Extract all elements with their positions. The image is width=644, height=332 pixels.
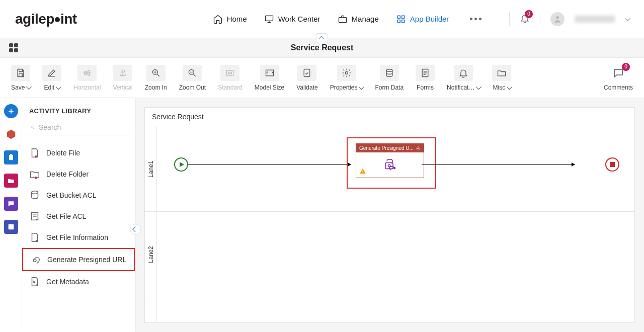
search-icon bbox=[30, 123, 35, 132]
header-right: 0 bbox=[509, 12, 629, 26]
presigned-url-icon bbox=[30, 254, 41, 265]
vertical-button[interactable]: Vertical bbox=[113, 65, 132, 91]
misc-button[interactable]: Misc bbox=[492, 65, 511, 91]
comments-button[interactable]: 0 Comments bbox=[604, 65, 633, 91]
svg-point-22 bbox=[418, 147, 419, 149]
rail-clipboard-button[interactable] bbox=[4, 150, 18, 164]
rail-chat-button[interactable] bbox=[4, 197, 18, 211]
nav-manage[interactable]: Manage bbox=[338, 14, 379, 24]
horizontal-button[interactable]: Horizontal bbox=[73, 65, 101, 91]
lane-label-2[interactable]: Lane2 bbox=[145, 212, 156, 297]
username bbox=[575, 16, 615, 23]
zoom-in-button[interactable]: Zoom In bbox=[145, 65, 167, 91]
folder-icon bbox=[7, 177, 15, 185]
svg-rect-3 bbox=[401, 16, 404, 18]
nav-home-label: Home bbox=[227, 15, 247, 23]
svg-rect-15 bbox=[9, 155, 13, 160]
activity-get-bucket-acl[interactable]: Get Bucket ACL bbox=[22, 185, 135, 206]
activity-library-panel: ACTIVITY LIBRARY Delete File Delete Fold… bbox=[22, 98, 135, 332]
svg-rect-5 bbox=[401, 20, 404, 22]
zoom-out-icon bbox=[187, 68, 197, 78]
svg-rect-23 bbox=[385, 163, 393, 169]
app-header: agilepint Home Work Center Manage App Bu… bbox=[0, 0, 644, 38]
canvas-title: Service Request bbox=[145, 108, 634, 126]
gear-icon[interactable] bbox=[416, 146, 421, 151]
bucket-acl-icon bbox=[29, 190, 40, 201]
main-area: ACTIVITY LIBRARY Delete File Delete Fold… bbox=[0, 98, 644, 332]
page-title: Service Request bbox=[291, 43, 354, 52]
panel-title: ACTIVITY LIBRARY bbox=[22, 98, 135, 120]
nav-work-center[interactable]: Work Center bbox=[264, 14, 320, 24]
svg-rect-17 bbox=[9, 224, 14, 230]
collapse-panel-button[interactable] bbox=[130, 224, 141, 235]
activity-get-file-acl[interactable]: Get File ACL bbox=[22, 206, 135, 227]
collapse-subheader-button[interactable] bbox=[316, 33, 328, 43]
rail-package-button[interactable] bbox=[4, 127, 18, 141]
divider bbox=[509, 12, 510, 26]
activity-get-file-information[interactable]: Get File Information bbox=[22, 227, 135, 248]
notifications-button[interactable]: 0 bbox=[520, 13, 530, 25]
activity-get-metadata[interactable]: Get Metadata bbox=[22, 271, 135, 292]
model-size-button[interactable]: Model Size bbox=[255, 65, 284, 91]
metadata-icon bbox=[29, 276, 40, 287]
save-icon bbox=[16, 68, 26, 78]
svg-rect-4 bbox=[397, 20, 400, 22]
form-data-button[interactable]: Form Data bbox=[375, 65, 404, 91]
process-canvas[interactable]: Service Request Lane1 Lane2 Gener bbox=[144, 107, 635, 323]
rail-add-button[interactable] bbox=[4, 104, 18, 118]
lane-1[interactable]: Generate Presigned U... bbox=[157, 126, 634, 212]
comments-badge: 0 bbox=[622, 63, 630, 71]
chevron-down-icon bbox=[359, 84, 364, 89]
edit-button[interactable]: Edit bbox=[42, 65, 61, 91]
search-box bbox=[26, 120, 131, 135]
activity-delete-file[interactable]: Delete File bbox=[22, 142, 135, 163]
model-size-icon bbox=[265, 68, 275, 78]
nav-home[interactable]: Home bbox=[213, 14, 247, 24]
file-acl-icon bbox=[29, 211, 40, 222]
grid-icon bbox=[396, 14, 406, 24]
flow-connector bbox=[188, 164, 350, 165]
svg-rect-2 bbox=[397, 16, 400, 18]
validate-button[interactable]: Validate bbox=[296, 65, 317, 91]
folder-delete-icon bbox=[29, 169, 40, 180]
chat-icon bbox=[7, 200, 15, 208]
svg-rect-9 bbox=[227, 70, 233, 75]
validate-icon bbox=[302, 68, 312, 78]
start-node[interactable] bbox=[174, 157, 188, 172]
warning-icon bbox=[359, 168, 366, 175]
apps-menu-button[interactable] bbox=[9, 43, 18, 52]
lane-label-1[interactable]: Lane1 bbox=[145, 126, 156, 212]
file-delete-icon bbox=[29, 147, 40, 158]
standard-button[interactable]: Standard bbox=[218, 65, 243, 91]
nav-more-button[interactable] bbox=[470, 18, 481, 20]
search-input[interactable] bbox=[39, 123, 127, 131]
zoom-out-button[interactable]: Zoom Out bbox=[179, 65, 206, 91]
chevron-down-icon bbox=[26, 84, 32, 89]
activity-node-highlight: Generate Presigned U... bbox=[347, 137, 436, 189]
svg-rect-0 bbox=[265, 16, 273, 21]
lane-2[interactable] bbox=[157, 212, 634, 297]
activity-node[interactable]: Generate Presigned U... bbox=[356, 143, 424, 178]
subheader-bar: Service Request bbox=[0, 38, 644, 58]
logo: agilepint bbox=[15, 11, 77, 27]
save-button[interactable]: Save bbox=[11, 65, 30, 91]
forms-button[interactable]: Forms bbox=[416, 65, 435, 91]
logo-dot-icon bbox=[55, 17, 60, 22]
svg-rect-11 bbox=[304, 69, 310, 76]
avatar[interactable] bbox=[550, 12, 565, 26]
svg-point-6 bbox=[556, 16, 559, 19]
activity-delete-folder[interactable]: Delete Folder bbox=[22, 163, 135, 185]
end-node[interactable] bbox=[605, 157, 619, 172]
canvas-wrap: Service Request Lane1 Lane2 Gener bbox=[135, 98, 644, 332]
notifications-button[interactable]: Notificat… bbox=[447, 65, 480, 91]
notification-badge: 0 bbox=[525, 10, 533, 18]
activity-generate-presigned-url[interactable]: Generate Presigned URL bbox=[22, 248, 135, 271]
chevron-down-icon bbox=[476, 84, 481, 89]
gear-icon bbox=[342, 68, 352, 78]
nav-app-builder[interactable]: App Builder bbox=[396, 14, 449, 24]
rail-variables-button[interactable] bbox=[4, 220, 18, 234]
properties-button[interactable]: Properties bbox=[330, 65, 363, 91]
rail-folder-button[interactable] bbox=[4, 174, 18, 188]
chevron-down-icon[interactable] bbox=[625, 15, 630, 21]
svg-rect-16 bbox=[10, 154, 12, 155]
